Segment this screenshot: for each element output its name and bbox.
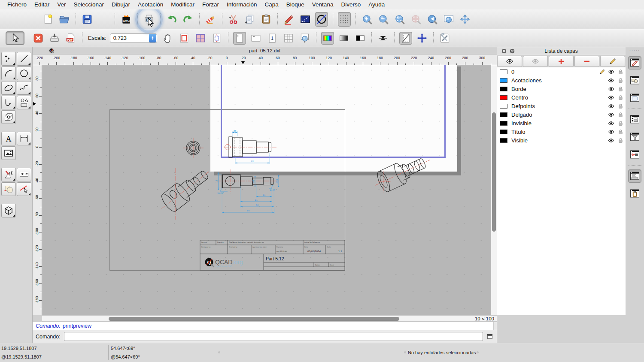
- save-button[interactable]: [81, 12, 94, 27]
- arc-tool-button[interactable]: [1, 66, 16, 80]
- copy-button[interactable]: [243, 12, 256, 27]
- drag-mode-button[interactable]: [299, 12, 312, 27]
- toggle-paper-button[interactable]: [399, 32, 412, 45]
- eye-icon[interactable]: [608, 69, 614, 75]
- grid-toggle-button[interactable]: [338, 12, 351, 27]
- circle-tool-button[interactable]: [17, 66, 31, 80]
- layer-row[interactable]: 0: [497, 67, 626, 76]
- dimension-tool-button[interactable]: [17, 132, 31, 145]
- edit-layer-button[interactable]: [600, 56, 625, 67]
- lock-icon[interactable]: [617, 120, 624, 127]
- vertical-scrollbar[interactable]: [491, 65, 497, 315]
- vertical-scrollbar-thumb[interactable]: [492, 112, 496, 232]
- menu-ver[interactable]: Ver: [53, 0, 70, 9]
- paper-border-button[interactable]: [178, 32, 191, 45]
- shape-tool-button[interactable]: [17, 96, 31, 109]
- text-tool-button[interactable]: A: [1, 132, 16, 145]
- preferences-button[interactable]: [438, 32, 451, 45]
- menu-capa[interactable]: Capa: [261, 0, 283, 9]
- menu-informacion[interactable]: Información: [223, 0, 261, 9]
- hatch-tool-button[interactable]: [1, 110, 16, 124]
- layer-name[interactable]: Visible: [511, 137, 528, 144]
- dock-command-button[interactable]: [628, 169, 641, 183]
- redo-button[interactable]: [182, 12, 194, 27]
- zoom-out-button[interactable]: [377, 12, 390, 27]
- menu-modificar[interactable]: Modificar: [167, 0, 198, 9]
- dock-library-button[interactable]: [628, 91, 641, 105]
- menu-diverso[interactable]: Diverso: [337, 0, 365, 9]
- line-tool-button[interactable]: [17, 52, 31, 66]
- layer-color-swatch[interactable]: [500, 112, 507, 117]
- dock-blocks-button[interactable]: [628, 74, 641, 87]
- layer-name[interactable]: Borde: [511, 86, 526, 92]
- zoom-page-button[interactable]: [298, 32, 311, 45]
- center-marks-button[interactable]: [377, 32, 389, 45]
- view-previous-button[interactable]: [426, 12, 439, 27]
- menu-acotacion[interactable]: Acotación: [134, 0, 167, 9]
- multi-page-grid-button[interactable]: [282, 32, 295, 45]
- horizontal-scrollbar[interactable]: 10 < 100: [42, 315, 497, 322]
- page-tiles-button[interactable]: [194, 32, 207, 45]
- remove-layer-button[interactable]: [574, 56, 599, 67]
- dock-filter-button[interactable]: [628, 130, 641, 144]
- menu-seleccionar[interactable]: Seleccionar: [70, 0, 108, 9]
- layer-row[interactable]: Delgado: [497, 110, 626, 119]
- layer-row[interactable]: Visible: [497, 136, 626, 145]
- polyline-tool-button[interactable]: [1, 96, 16, 109]
- command-input[interactable]: [64, 332, 483, 341]
- layer-color-swatch[interactable]: [500, 138, 507, 143]
- print-button[interactable]: [48, 32, 61, 45]
- layer-row[interactable]: Acotaciones: [497, 76, 626, 84]
- dock-properties-button[interactable]: [628, 113, 641, 126]
- delete-button[interactable]: [204, 12, 217, 27]
- layer-name[interactable]: Centro: [511, 94, 528, 101]
- layer-row[interactable]: Título: [497, 127, 626, 136]
- pdf-export-button[interactable]: PDF: [64, 32, 77, 45]
- menu-ventana[interactable]: Ventana: [308, 0, 337, 9]
- layer-color-swatch[interactable]: [500, 104, 507, 109]
- zoom-auto-button[interactable]: [393, 12, 406, 27]
- zoom-window-button[interactable]: [442, 12, 455, 27]
- construction-mode-button[interactable]: [315, 12, 328, 27]
- new-file-button[interactable]: [42, 12, 55, 27]
- menu-bloque[interactable]: Bloque: [283, 0, 308, 9]
- layer-name[interactable]: Delgado: [511, 112, 532, 118]
- spline-tool-button[interactable]: [17, 81, 31, 95]
- select-tool-button[interactable]: [17, 182, 31, 196]
- horizontal-scrollbar-thumb[interactable]: [109, 317, 399, 321]
- dock-layers-button[interactable]: [628, 56, 641, 69]
- scale-spinner[interactable]: ▲▼: [149, 34, 156, 42]
- close-preview-button[interactable]: [32, 32, 45, 45]
- lock-icon[interactable]: [617, 137, 624, 144]
- fit-page-button[interactable]: [210, 32, 223, 45]
- pan-hand-button[interactable]: [161, 32, 174, 45]
- eye-icon[interactable]: [608, 137, 614, 144]
- single-page-button[interactable]: 1: [266, 32, 279, 45]
- solid-tool-button[interactable]: [1, 204, 16, 217]
- open-folder-button[interactable]: [58, 12, 71, 27]
- lock-icon[interactable]: [617, 129, 624, 135]
- cut-button[interactable]: [227, 12, 240, 27]
- eye-icon[interactable]: [608, 129, 614, 135]
- lock-icon[interactable]: [617, 77, 624, 84]
- layer-row[interactable]: Invisible: [497, 119, 626, 127]
- pan-button[interactable]: [459, 12, 471, 27]
- menu-fichero[interactable]: Fichero: [3, 0, 30, 9]
- layer-color-swatch[interactable]: [500, 130, 507, 134]
- layer-color-swatch[interactable]: [500, 69, 507, 74]
- draw-settings-button[interactable]: [283, 12, 295, 27]
- layer-name[interactable]: 0: [511, 69, 514, 75]
- menu-dibujar[interactable]: Dibujar: [108, 0, 134, 9]
- layer-name[interactable]: Defpoints: [511, 103, 535, 109]
- hide-all-layers-button[interactable]: [523, 56, 548, 67]
- layer-name[interactable]: Invisible: [511, 120, 532, 127]
- image-tool-button[interactable]: [1, 146, 16, 160]
- ellipse-tool-button[interactable]: [1, 81, 16, 95]
- svg-export-button[interactable]: SVG: [120, 12, 133, 27]
- paste-button[interactable]: [260, 12, 273, 27]
- modify-tool-button[interactable]: [1, 182, 16, 196]
- layer-name[interactable]: Título: [511, 129, 526, 135]
- menu-editar[interactable]: Editar: [30, 0, 53, 9]
- lock-icon[interactable]: [617, 69, 624, 75]
- layer-color-swatch[interactable]: [500, 95, 507, 100]
